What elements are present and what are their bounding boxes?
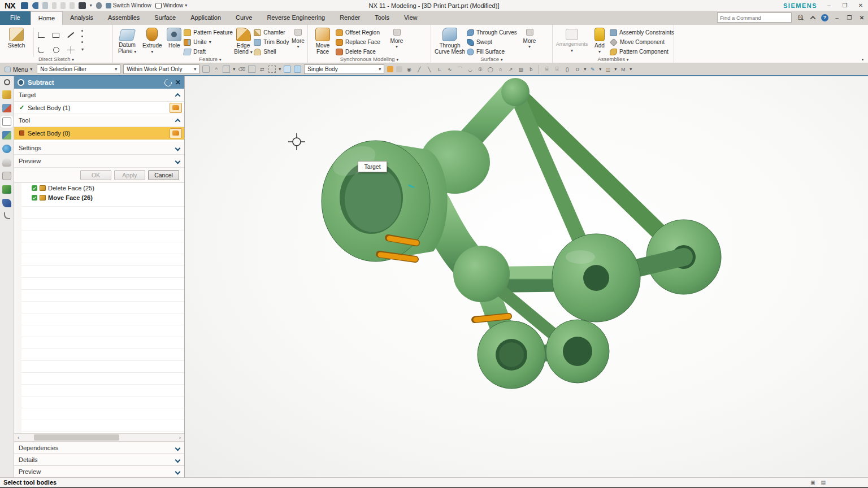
trim-body-button[interactable]: Trim Body [254,38,290,46]
doc-close-button[interactable]: ✕ [858,15,866,21]
system-scenes-icon[interactable] [4,212,10,219]
move-face-button[interactable]: Move Face [310,27,336,55]
target-select-body-row[interactable]: ✓ Select Body (1) [14,102,184,114]
point-on-surface-snap-icon[interactable]: ◡ [466,66,474,73]
selection-filter-dropdown[interactable]: No Selection Filter▾ [37,64,120,74]
save-icon[interactable] [21,2,28,9]
dialog-close-icon[interactable]: ✕ [175,79,181,86]
minimize-ribbon-icon[interactable] [809,14,817,21]
datum-plane-button[interactable]: Datum Plane ▾ [115,27,140,55]
details-section-header[interactable]: Details [14,454,184,465]
group-label-direct-sketch[interactable]: Direct Sketch ▾ [0,56,112,62]
assembly-constraints-button[interactable]: Assembly Constraints [610,28,671,37]
midpoint-snap-icon[interactable] [396,66,402,72]
app-restore-button[interactable]: ❐ [841,2,849,8]
chamfer-button[interactable]: Chamfer [254,28,290,37]
dependencies-section-header[interactable]: Dependencies [14,442,184,454]
arc-tool-icon[interactable] [34,42,49,57]
manufacturing-wizard-icon[interactable] [2,185,11,194]
through-curve-mesh-button[interactable]: Through Curve Mesh [433,27,467,55]
select-all-icon[interactable] [248,66,255,73]
tab-curve[interactable]: Curve [228,11,259,25]
dialog-reset-icon[interactable] [163,77,173,88]
circle-tool-icon[interactable] [49,42,63,57]
window-menu-button[interactable]: Window ▾ [155,2,188,8]
delete-face-button[interactable]: Delete Face [336,47,388,56]
d-toggle-icon[interactable]: D [574,66,581,73]
enable-snap-icon[interactable] [294,66,301,73]
tab-file[interactable]: File [0,11,31,25]
intersection-snap-icon[interactable]: ╱ [415,66,423,73]
group-label-synchronous-modeling[interactable]: Synchronous Modeling ▾ [308,56,431,62]
ribbon-options-dot[interactable] [862,59,863,60]
feature-more-button[interactable]: More ▾ [290,27,306,49]
sketch-more-dots[interactable]: ▾ [79,27,86,52]
tool-body-select-button[interactable] [170,128,182,138]
render-style-icon[interactable]: M [619,66,627,73]
highlight-face-icon[interactable] [202,66,210,73]
point-on-curve-snap-icon[interactable]: ⌒ [456,66,463,73]
group-label-feature[interactable]: Feature ▾ [113,56,307,62]
ok-button[interactable]: OK [80,170,111,180]
ellipse-snap-icon[interactable]: ○ [497,66,504,73]
web-browser-icon[interactable] [2,145,11,153]
quadrant-snap-icon[interactable]: L [436,66,443,73]
settings-section-header[interactable]: Settings [14,142,184,155]
resource-circle-icon[interactable] [4,79,10,85]
status-cue-icon[interactable]: ▣ [810,480,815,485]
sync-more-button[interactable]: More ▾ [388,27,406,49]
app-minimize-button[interactable]: – [825,2,833,8]
qat-dropdown-icon[interactable]: ▾ [90,3,92,8]
arc-center-snap-icon[interactable]: ╲ [426,66,433,73]
undo-icon[interactable] [32,2,38,9]
process-studio-icon[interactable] [2,172,11,180]
apply-button[interactable]: Apply [114,170,145,180]
edge-blend-button[interactable]: Edge Blend ▾ [233,27,254,55]
dialog-title-bar[interactable]: Subtract ✕ [14,76,184,89]
window-pair-icon[interactable]: ⌻ [553,66,561,73]
move-component-button[interactable]: Move Component [610,38,671,46]
doc-minimize-button[interactable]: – [833,15,841,21]
tab-application[interactable]: Application [183,11,228,25]
pattern-component-button[interactable]: Pattern Component [610,47,671,56]
rectangle-tool-icon[interactable] [49,28,63,42]
profile-tool-icon[interactable] [34,28,49,42]
tab-analysis[interactable]: Analysis [63,11,101,25]
history-icon[interactable] [2,158,11,167]
status-progress-icon[interactable]: ▤ [821,480,826,485]
point-tool-icon[interactable] [63,42,78,57]
invert-selection-icon[interactable]: ⇄ [258,66,266,73]
roles-icon[interactable] [2,199,11,207]
menu-grid-icon[interactable]: ⌸ [543,66,550,73]
view-orient-icon[interactable]: ◫ [604,66,611,73]
pole-snap-icon[interactable]: ▨ [517,66,524,73]
shell-button[interactable]: Shell [254,47,290,56]
line-tool-icon[interactable] [63,28,78,42]
repeat-command-icon[interactable] [96,2,102,9]
group-label-surface[interactable]: Surface ▾ [431,56,552,62]
part-navigator-icon[interactable] [2,117,11,126]
extrude-button[interactable]: Extrude ▾ [140,27,164,55]
tool-select-body-row[interactable]: Select Body (0) [14,127,184,140]
redo-icon[interactable] [42,2,48,9]
graphics-viewport[interactable]: Target [185,76,868,477]
deselect-icon[interactable]: ⌫ [238,66,245,73]
cancel-button[interactable]: Cancel [148,170,179,180]
preview-section-header[interactable]: Preview [14,155,184,168]
tab-view[interactable]: View [397,11,425,25]
tab-home[interactable]: Home [31,11,63,25]
command-search-input[interactable] [718,15,797,21]
part-navigator-list[interactable]: Delete Face (25) Move Face (26) [14,183,184,433]
reuse-library-icon[interactable] [2,131,11,140]
bounded-plane-snap-icon[interactable]: ⑤ [476,66,484,73]
preview-panel-section-header[interactable]: Preview [14,465,184,477]
constraint-navigator-icon[interactable] [2,104,11,112]
group-label-assemblies[interactable]: Assemblies ▾ [553,56,674,62]
tab-surface[interactable]: Surface [147,11,183,25]
hole-button[interactable]: Hole [164,27,184,49]
tab-reverse-engineering[interactable]: Reverse Engineering [259,11,332,25]
body-filter-dropdown[interactable]: Single Body▾ [304,64,384,74]
unite-button[interactable]: Unite ▾ [184,38,232,46]
assembly-navigator-icon[interactable] [2,90,11,99]
replace-face-button[interactable]: Replace Face [336,38,388,46]
